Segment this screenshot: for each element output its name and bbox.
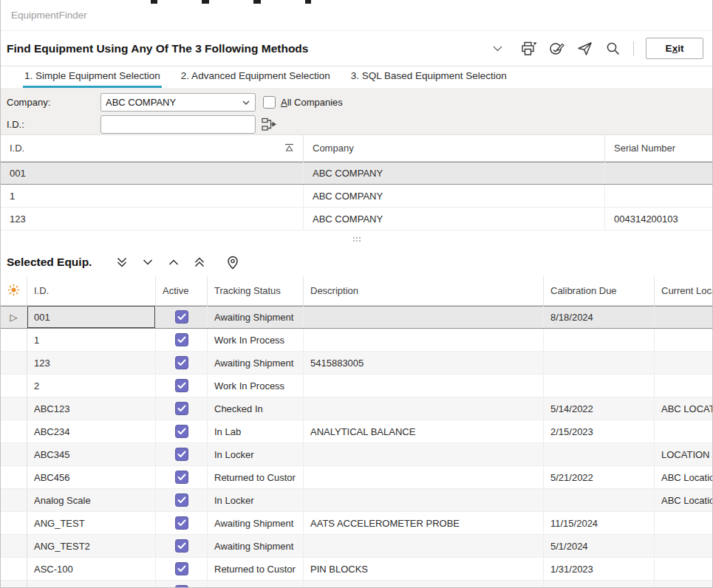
row-header[interactable]: ▷: [1, 306, 27, 328]
active-checkbox[interactable]: [175, 448, 188, 461]
table-row[interactable]: ▷ 001 Awaiting Shipment 8/18/2024: [1, 306, 712, 329]
cell-current-location: [655, 306, 712, 328]
active-checkbox[interactable]: [175, 310, 188, 324]
row-header[interactable]: ▷: [1, 443, 27, 465]
row-header[interactable]: ▷: [1, 397, 27, 420]
table-row[interactable]: ▷ ABC123 Checked In 5/14/2022 ABC LOCATI…: [1, 397, 712, 420]
row-header[interactable]: ▷: [1, 329, 27, 351]
tab-sql-based-equipment-selection[interactable]: 3. SQL Based Equipment Selection: [349, 70, 508, 88]
results-grid-body: 001 ABC COMPANY 1 ABC COMPANY 123 ABC CO…: [1, 162, 712, 230]
cell-description: ANALYTICAL BALANCE: [304, 420, 544, 442]
edit-circle-icon[interactable]: [547, 40, 565, 58]
cell-tracking-status: In Lab: [208, 420, 304, 442]
row-header[interactable]: ▷: [1, 420, 27, 442]
cell-active: [156, 443, 208, 465]
row-header[interactable]: ▷: [1, 581, 27, 588]
table-row[interactable]: 1 ABC COMPANY: [1, 185, 712, 208]
table-row[interactable]: ▷ ABC234 In Lab ANALYTICAL BALANCE 2/15/…: [1, 420, 712, 443]
cell-current-location: [655, 420, 712, 442]
active-checkbox[interactable]: [175, 516, 188, 530]
cell-active: [156, 489, 208, 511]
column-header-id[interactable]: I.D.: [27, 276, 156, 305]
table-row[interactable]: ▷ ASC-100 Returned to Custor PIN BLOCKS …: [1, 558, 712, 581]
selected-equip-bar: Selected Equip.: [1, 248, 712, 276]
cell-current-location: [655, 535, 712, 557]
cell-tracking-status: Work In Process: [208, 375, 304, 397]
double-chevron-up-icon[interactable]: [193, 255, 206, 270]
cell-id: 2: [27, 375, 156, 397]
cell-description: AATS ACCELEROMETER PROBE: [304, 512, 544, 534]
cell-id: 001: [1, 162, 304, 184]
cell-id: 123: [1, 208, 304, 230]
send-icon[interactable]: [576, 40, 593, 58]
column-header-active[interactable]: Active: [156, 276, 208, 305]
screen-edge-artifact: [253, 0, 261, 4]
cell-id: ANG_TEST: [27, 512, 156, 534]
table-row[interactable]: ▷: [1, 581, 712, 588]
active-checkbox[interactable]: [175, 379, 188, 392]
cell-tracking-status: Awaiting Shipment: [208, 352, 304, 374]
row-header[interactable]: ▷: [1, 512, 27, 534]
active-checkbox[interactable]: [175, 562, 188, 575]
select-all-corner[interactable]: [1, 276, 27, 305]
cell-calibration-due: 2/15/2023: [544, 420, 655, 442]
cell-description: [304, 397, 544, 420]
column-header-description[interactable]: Description: [304, 276, 544, 305]
column-header-serial-number[interactable]: Serial Number: [605, 135, 712, 161]
table-row[interactable]: ▷ ABC345 In Locker LOCATION 1: [1, 443, 712, 466]
chevron-down-icon[interactable]: [488, 40, 506, 58]
column-header-calibration-due[interactable]: Calibration Due: [544, 276, 655, 305]
id-input[interactable]: [100, 115, 256, 134]
column-header-tracking-status[interactable]: Tracking Status: [208, 276, 304, 305]
print-icon[interactable]: [519, 40, 537, 58]
row-header[interactable]: ▷: [1, 375, 27, 397]
row-header[interactable]: ▷: [1, 489, 27, 511]
exit-button[interactable]: Exit: [646, 38, 703, 59]
table-row[interactable]: ▷ 1 Work In Process: [1, 329, 712, 352]
row-header[interactable]: ▷: [1, 558, 27, 580]
table-row[interactable]: ▷ ANG_TEST Awaiting Shipment AATS ACCELE…: [1, 512, 712, 535]
chevron-up-icon[interactable]: [167, 255, 180, 270]
column-header-company[interactable]: Company: [304, 135, 605, 161]
column-header-current-location[interactable]: Current Location: [655, 276, 712, 305]
active-checkbox[interactable]: [175, 425, 188, 438]
screen-edge-artifact: [151, 0, 157, 4]
splitter-handle[interactable]: [1, 230, 712, 248]
location-pin-icon[interactable]: [226, 255, 239, 270]
equipment-hierarchy-icon[interactable]: [262, 117, 277, 131]
cell-tracking-status: Checked In: [208, 397, 304, 420]
cell-active: [156, 466, 208, 488]
active-checkbox[interactable]: [175, 539, 188, 553]
search-icon[interactable]: [604, 40, 621, 58]
cell-active: [156, 375, 208, 397]
column-header-id[interactable]: I.D.: [1, 135, 304, 161]
table-row[interactable]: ▷ ABC456 Returned to Custor 5/21/2022 AB…: [1, 466, 712, 489]
table-row[interactable]: ▷ 2 Work In Process: [1, 375, 712, 397]
active-checkbox[interactable]: [175, 333, 188, 346]
all-companies-checkbox[interactable]: [263, 96, 276, 109]
active-checkbox[interactable]: [175, 402, 188, 415]
tab-advanced-equipment-selection[interactable]: 2. Advanced Equipment Selection: [180, 70, 332, 88]
cell-company: ABC COMPANY: [304, 208, 605, 230]
table-row[interactable]: ▷ Analog Scale In Locker ABC Location: [1, 489, 712, 512]
row-header[interactable]: ▷: [1, 466, 27, 488]
table-row[interactable]: 001 ABC COMPANY: [1, 162, 712, 185]
tab-simple-equipment-selection[interactable]: 1. Simple Equipment Selection: [23, 70, 162, 88]
cell-tracking-status: [208, 581, 304, 588]
results-grid-header: I.D. Company Serial Number: [1, 135, 712, 162]
cell-active: [156, 581, 208, 588]
active-checkbox[interactable]: [175, 471, 188, 484]
active-checkbox[interactable]: [175, 356, 188, 369]
row-selector-arrow-icon: ▷: [10, 312, 18, 322]
chevron-down-icon[interactable]: [141, 255, 154, 270]
row-header[interactable]: ▷: [1, 535, 27, 557]
table-row[interactable]: 123 ABC COMPANY 004314200103: [1, 208, 712, 230]
double-chevron-down-icon[interactable]: [115, 255, 129, 270]
active-checkbox[interactable]: [175, 585, 188, 588]
cell-active: [156, 558, 208, 580]
active-checkbox[interactable]: [175, 493, 188, 507]
table-row[interactable]: ▷ ANG_TEST2 Awaiting Shipment 5/1/2024: [1, 535, 712, 558]
company-dropdown[interactable]: ABC COMPANY: [100, 93, 256, 112]
table-row[interactable]: ▷ 123 Awaiting Shipment 5415883005: [1, 352, 712, 375]
row-header[interactable]: ▷: [1, 352, 27, 374]
